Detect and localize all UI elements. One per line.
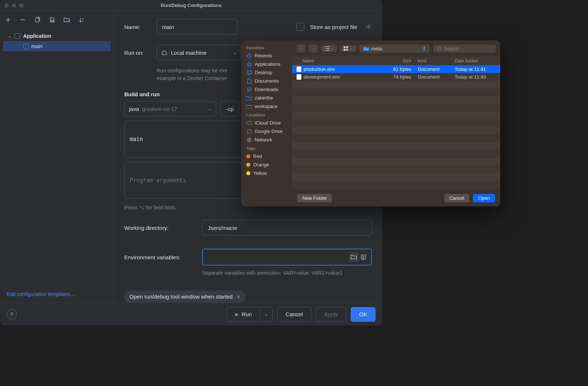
copy-config-icon[interactable]: [34, 16, 41, 24]
sidebar-tag-orange[interactable]: Orange: [241, 160, 292, 169]
file-size: 74 bytes: [386, 74, 416, 80]
finder-cancel-button[interactable]: Cancel: [444, 194, 469, 202]
empty-row: [292, 173, 500, 181]
col-kind[interactable]: Kind: [416, 58, 452, 64]
dialog-title: Run/Debug Configurations: [0, 3, 382, 8]
sidebar-item-label: Red: [253, 154, 262, 159]
table-header[interactable]: Name Size Kind Date Added: [292, 57, 500, 65]
svg-point-14: [438, 47, 441, 50]
file-kind: Document: [416, 66, 452, 72]
store-as-project-checkbox[interactable]: [296, 23, 304, 31]
save-config-icon[interactable]: [49, 16, 56, 24]
dialog-footer: ? ▶Run ⌄ Cancel Apply OK: [0, 303, 382, 325]
col-date[interactable]: Date Added: [452, 58, 500, 64]
sidebar-item-icon: [246, 104, 252, 109]
sidebar-item-icon: [246, 87, 252, 92]
edit-env-list-icon[interactable]: [359, 252, 368, 262]
file-row[interactable]: development.env 74 bytes Document Today …: [292, 73, 500, 81]
run-button[interactable]: ▶Run: [227, 307, 260, 322]
empty-row: [292, 112, 500, 119]
file-row[interactable]: production.env 81 bytes Document Today a…: [292, 65, 500, 73]
view-grid-button[interactable]: ⌄: [341, 45, 356, 52]
classpath-select[interactable]: -cp: [220, 101, 239, 116]
search-placeholder: Search: [444, 46, 459, 51]
sidebar-item-label: Downloads: [255, 87, 278, 92]
new-folder-button[interactable]: New Folder: [297, 194, 332, 202]
tag-dot-icon: [246, 163, 250, 167]
sidebar-item-documents[interactable]: Documents: [241, 77, 292, 85]
jdk-select[interactable]: java graalvm-ce-17 ⌄: [124, 101, 216, 116]
titlebar: Run/Debug Configurations: [0, 0, 382, 11]
tag-dot-icon: [246, 154, 250, 158]
sidebar-item-label: Google Drive: [255, 129, 283, 134]
empty-row: [292, 81, 500, 89]
svg-rect-13: [346, 49, 348, 51]
chevron-down-icon: ⌄: [208, 107, 211, 111]
sidebar-tag-red[interactable]: Red: [241, 152, 292, 160]
empty-row: [292, 150, 500, 158]
document-icon: [297, 74, 301, 80]
remove-chip-icon[interactable]: ✕: [236, 294, 241, 300]
sidebar-item-downloads[interactable]: Downloads: [241, 85, 292, 94]
edit-templates-link[interactable]: Edit configuration templates...: [7, 291, 74, 297]
name-label: Name:: [124, 24, 151, 30]
file-kind: Document: [416, 74, 452, 80]
finder-open-button[interactable]: Open: [473, 194, 495, 202]
sort-config-icon[interactable]: az: [78, 16, 85, 24]
sidebar-item-label: zakerthe: [255, 95, 273, 101]
sidebar-item-zakerthe[interactable]: zakerthe: [241, 94, 292, 102]
gear-icon[interactable]: [365, 24, 372, 30]
col-size[interactable]: Size: [386, 58, 416, 64]
ok-button[interactable]: OK: [351, 307, 376, 322]
folder-config-icon[interactable]: [63, 16, 71, 24]
view-list-button[interactable]: ⌄: [322, 45, 337, 52]
sidebar-item-icloud-drive[interactable]: iCloud Drive: [241, 119, 292, 127]
svg-rect-11: [346, 46, 348, 48]
finder-search[interactable]: Search: [433, 45, 496, 53]
sidebar-item-applications[interactable]: Applications: [241, 60, 292, 68]
browse-env-file-icon[interactable]: [349, 252, 359, 262]
col-name[interactable]: Name: [292, 58, 386, 64]
svg-rect-10: [344, 46, 345, 48]
file-name: development.env: [304, 74, 340, 80]
remove-config-icon[interactable]: [19, 16, 26, 24]
file-chooser-dialog: Favorites RecentsApplicationsDesktopDocu…: [241, 40, 500, 206]
help-button[interactable]: ?: [7, 309, 17, 320]
apply-button[interactable]: Apply: [316, 307, 347, 322]
sidebar-item-icon: [246, 137, 252, 143]
sidebar-item-google-drive[interactable]: Google Drive: [241, 127, 292, 136]
sidebar-item-recents[interactable]: Recents: [241, 51, 292, 60]
tree-toolbar: az: [0, 11, 114, 29]
sidebar-item-label: Recents: [255, 53, 272, 58]
name-input[interactable]: [157, 19, 237, 35]
nav-back-button[interactable]: ‹: [297, 44, 305, 53]
sidebar-item-workspace[interactable]: workspace: [241, 102, 292, 111]
sidebar-item-desktop[interactable]: Desktop: [241, 68, 292, 77]
run-dropdown-button[interactable]: ⌄: [260, 307, 273, 322]
cancel-button[interactable]: Cancel: [277, 307, 311, 322]
document-icon: [297, 66, 301, 72]
nav-forward-button[interactable]: ›: [309, 44, 318, 53]
run-on-value: Local machine: [171, 50, 207, 56]
env-vars-input[interactable]: [207, 254, 349, 260]
sidebar-item-icon: [246, 70, 252, 75]
add-config-icon[interactable]: [4, 16, 12, 24]
run-on-select[interactable]: Local machine ⌄: [157, 45, 241, 60]
empty-row: [292, 89, 500, 96]
tree-node-main[interactable]: main: [3, 41, 111, 51]
empty-row: [292, 127, 500, 135]
locations-header: Locations: [241, 111, 292, 119]
open-tool-window-chip[interactable]: Open run/debug tool window when started …: [124, 291, 246, 303]
path-selector[interactable]: meta ▲▼: [360, 45, 430, 53]
file-date: Today at 11:40: [452, 74, 500, 80]
empty-row: [292, 158, 500, 166]
env-vars-label: Environment variables:: [124, 254, 196, 260]
tree-node-application[interactable]: ⌄ Application: [3, 31, 111, 41]
sidebar-item-network[interactable]: Network: [241, 136, 292, 144]
working-dir-input[interactable]: [202, 220, 372, 235]
sidebar-item-label: Documents: [255, 78, 279, 84]
sidebar-tag-yellow[interactable]: Yellow: [241, 169, 292, 177]
tree-node-label: main: [31, 43, 42, 49]
empty-row: [292, 166, 500, 173]
svg-text:z: z: [82, 20, 83, 22]
